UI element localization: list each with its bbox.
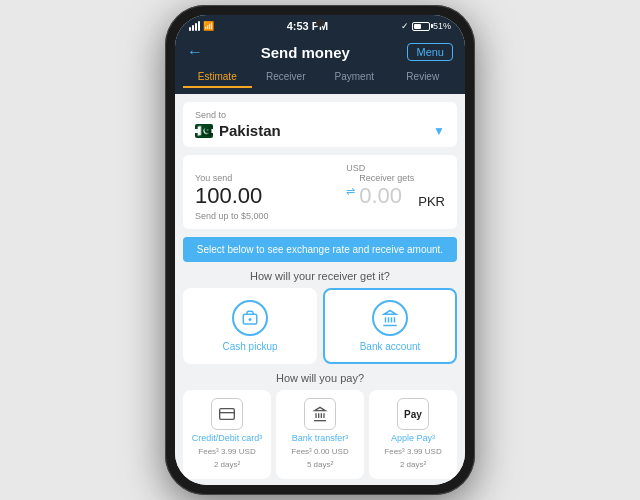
- receiver-gets-label: Receiver gets: [359, 173, 414, 183]
- step-estimate[interactable]: Estimate: [183, 67, 252, 88]
- wifi-icon: 📶: [203, 21, 214, 31]
- amount-section: You send 100.00 USD ⇌ Receiver gets 0.00: [183, 155, 457, 229]
- info-banner: Select below to see exchange rate and re…: [183, 237, 457, 262]
- status-left: 📶: [189, 21, 214, 31]
- delivery-section: How will your receiver get it? Cash pick…: [175, 270, 465, 364]
- bank-account-icon: [372, 300, 408, 336]
- bank-transfer-fees: Fees³ 0.00 USD: [291, 447, 348, 457]
- apple-pay-fees: Fees³ 3.99 USD: [384, 447, 441, 457]
- cash-pickup-label: Cash pickup: [222, 341, 277, 352]
- back-button[interactable]: ←: [187, 43, 203, 61]
- bank-transfer-icon: [304, 398, 336, 430]
- app-header: ← Send money Menu: [175, 37, 465, 67]
- credit-card-icon: [211, 398, 243, 430]
- bank-transfer-label: Bank transfer³: [292, 433, 349, 444]
- phone-screen: 📶 4:53 PM ✓ 51% ← Send money Menu Estima…: [175, 15, 465, 485]
- amount-right: USD ⇌ Receiver gets 0.00 PKR: [346, 163, 445, 209]
- apple-pay-days: 2 days²: [400, 460, 426, 470]
- receiver-gets-value: 0.00: [359, 183, 402, 208]
- svg-rect-9: [220, 409, 235, 420]
- pay-options: Credit/Debit card³ Fees³ 3.99 USD 2 days…: [183, 390, 457, 479]
- apple-pay-logo: Pay: [404, 409, 422, 420]
- delivery-option-cash-pickup[interactable]: Cash pickup: [183, 288, 317, 364]
- to-currency-label: PKR: [418, 194, 445, 209]
- step-payment[interactable]: Payment: [320, 67, 389, 88]
- delivery-options: Cash pickup: [183, 288, 457, 364]
- apple-pay-icon-box: Pay: [397, 398, 429, 430]
- info-banner-text: Select below to see exchange rate and re…: [197, 244, 443, 255]
- step-receiver[interactable]: Receiver: [252, 67, 321, 88]
- pakistan-flag: 🇵🇰: [195, 124, 213, 138]
- bank-account-label: Bank account: [360, 341, 421, 352]
- credit-card-label: Credit/Debit card³: [192, 433, 263, 444]
- credit-card-fees: Fees³ 3.99 USD: [198, 447, 255, 457]
- exchange-arrows-icon: ⇌: [346, 185, 355, 198]
- cash-pickup-icon: [232, 300, 268, 336]
- bank-transfer-days: 5 days²: [307, 460, 333, 470]
- step-review[interactable]: Review: [389, 67, 458, 88]
- bluetooth-icon: ✓: [401, 21, 409, 31]
- send-to-label: Send to: [195, 110, 445, 120]
- delivery-section-title: How will your receiver get it?: [175, 270, 465, 282]
- from-currency-label: USD: [346, 163, 414, 173]
- amount-row: You send 100.00 USD ⇌ Receiver gets 0.00: [195, 163, 445, 209]
- send-to-row[interactable]: 🇵🇰 Pakistan ▼: [195, 122, 445, 139]
- you-send-label: You send: [195, 173, 340, 183]
- header-title: Send money: [261, 44, 350, 61]
- phone-camera: [316, 19, 324, 27]
- battery-icon: [412, 22, 430, 31]
- chevron-down-icon[interactable]: ▼: [433, 124, 445, 138]
- battery-fill: [414, 24, 421, 29]
- country-name: Pakistan: [219, 122, 281, 139]
- you-send-value[interactable]: 100.00: [195, 183, 340, 209]
- status-right: ✓ 51%: [401, 21, 451, 31]
- menu-button[interactable]: Menu: [407, 43, 453, 61]
- steps-nav: Estimate Receiver Payment Review: [175, 67, 465, 94]
- pay-option-credit-card[interactable]: Credit/Debit card³ Fees³ 3.99 USD 2 days…: [183, 390, 271, 479]
- phone-frame: 📶 4:53 PM ✓ 51% ← Send money Menu Estima…: [165, 5, 475, 495]
- amount-left: You send 100.00: [195, 173, 340, 209]
- content-area: Send to 🇵🇰 Pakistan ▼ You send 100.00: [175, 94, 465, 485]
- pay-section: How will you pay? Credit/Debit card³ Fee…: [175, 372, 465, 479]
- signal-bars: [189, 21, 200, 31]
- battery-percent: 51%: [433, 21, 451, 31]
- pay-option-apple-pay[interactable]: Pay Apple Pay³ Fees³ 3.99 USD 2 days²: [369, 390, 457, 479]
- svg-marker-8: [384, 311, 396, 315]
- svg-marker-16: [315, 407, 326, 410]
- currency-from: USD ⇌ Receiver gets 0.00: [346, 163, 414, 209]
- delivery-option-bank-account[interactable]: Bank account: [323, 288, 457, 364]
- apple-pay-label: Apple Pay³: [391, 433, 435, 444]
- send-to-section: Send to 🇵🇰 Pakistan ▼: [183, 102, 457, 147]
- country-row: 🇵🇰 Pakistan: [195, 122, 281, 139]
- send-limit: Send up to $5,000: [195, 211, 445, 221]
- credit-card-days: 2 days²: [214, 460, 240, 470]
- pay-section-title: How will you pay?: [175, 372, 465, 384]
- pay-option-bank-transfer[interactable]: Bank transfer³ Fees³ 0.00 USD 5 days²: [276, 390, 364, 479]
